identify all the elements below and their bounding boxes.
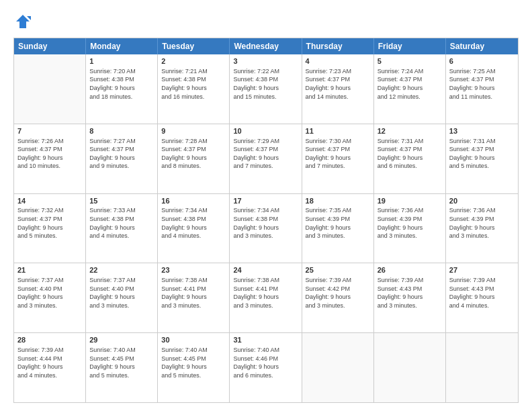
day-cell-16: 16Sunrise: 7:34 AM Sunset: 4:38 PM Dayli…	[158, 194, 230, 263]
calendar-row-3: 21Sunrise: 7:37 AM Sunset: 4:40 PM Dayli…	[14, 263, 518, 332]
day-info: Sunrise: 7:38 AM Sunset: 4:41 PM Dayligh…	[233, 276, 298, 310]
logo	[13, 12, 35, 31]
day-cell-25: 25Sunrise: 7:39 AM Sunset: 4:42 PM Dayli…	[302, 263, 374, 332]
day-info: Sunrise: 7:39 AM Sunset: 4:43 PM Dayligh…	[378, 276, 442, 310]
day-number: 1	[89, 56, 154, 66]
empty-cell-4-5	[374, 333, 446, 402]
day-number: 14	[17, 196, 82, 206]
day-cell-19: 19Sunrise: 7:36 AM Sunset: 4:39 PM Dayli…	[374, 194, 446, 263]
day-cell-13: 13Sunrise: 7:31 AM Sunset: 4:37 PM Dayli…	[446, 124, 518, 193]
day-cell-27: 27Sunrise: 7:39 AM Sunset: 4:43 PM Dayli…	[446, 263, 518, 332]
header	[13, 12, 519, 31]
day-cell-28: 28Sunrise: 7:39 AM Sunset: 4:44 PM Dayli…	[14, 333, 86, 402]
day-number: 25	[306, 265, 370, 275]
day-cell-29: 29Sunrise: 7:40 AM Sunset: 4:45 PM Dayli…	[86, 333, 158, 402]
header-cell-saturday: Saturday	[446, 38, 518, 54]
day-cell-18: 18Sunrise: 7:35 AM Sunset: 4:39 PM Dayli…	[302, 194, 374, 263]
day-number: 9	[161, 126, 226, 136]
day-number: 22	[89, 265, 154, 275]
day-number: 26	[378, 265, 442, 275]
day-number: 18	[306, 196, 370, 206]
calendar-body: 1Sunrise: 7:20 AM Sunset: 4:38 PM Daylig…	[14, 54, 518, 402]
day-info: Sunrise: 7:37 AM Sunset: 4:40 PM Dayligh…	[17, 276, 82, 310]
day-info: Sunrise: 7:37 AM Sunset: 4:40 PM Dayligh…	[89, 276, 154, 310]
day-cell-15: 15Sunrise: 7:33 AM Sunset: 4:38 PM Dayli…	[86, 194, 158, 263]
day-number: 27	[449, 265, 515, 275]
day-number: 31	[233, 335, 298, 345]
empty-cell-4-4	[302, 333, 374, 402]
day-info: Sunrise: 7:25 AM Sunset: 4:37 PM Dayligh…	[449, 67, 515, 101]
day-number: 3	[233, 56, 298, 66]
logo-icon	[13, 12, 32, 31]
header-cell-monday: Monday	[86, 38, 158, 54]
calendar-row-2: 14Sunrise: 7:32 AM Sunset: 4:37 PM Dayli…	[14, 193, 518, 263]
day-cell-2: 2Sunrise: 7:21 AM Sunset: 4:38 PM Daylig…	[158, 54, 230, 124]
day-number: 6	[449, 56, 515, 66]
day-cell-5: 5Sunrise: 7:24 AM Sunset: 4:37 PM Daylig…	[374, 54, 446, 124]
day-number: 17	[233, 196, 298, 206]
header-cell-wednesday: Wednesday	[230, 38, 302, 54]
day-number: 29	[89, 335, 154, 345]
day-info: Sunrise: 7:32 AM Sunset: 4:37 PM Dayligh…	[17, 206, 82, 240]
day-cell-23: 23Sunrise: 7:38 AM Sunset: 4:41 PM Dayli…	[158, 263, 230, 332]
day-cell-10: 10Sunrise: 7:29 AM Sunset: 4:37 PM Dayli…	[230, 124, 302, 193]
day-number: 13	[449, 126, 515, 136]
day-info: Sunrise: 7:39 AM Sunset: 4:43 PM Dayligh…	[449, 276, 515, 310]
day-cell-8: 8Sunrise: 7:27 AM Sunset: 4:37 PM Daylig…	[86, 124, 158, 193]
day-number: 11	[306, 126, 370, 136]
day-info: Sunrise: 7:24 AM Sunset: 4:37 PM Dayligh…	[378, 67, 442, 101]
day-number: 2	[161, 56, 226, 66]
day-info: Sunrise: 7:30 AM Sunset: 4:37 PM Dayligh…	[306, 137, 370, 171]
day-info: Sunrise: 7:38 AM Sunset: 4:41 PM Dayligh…	[161, 276, 226, 310]
calendar-row-0: 1Sunrise: 7:20 AM Sunset: 4:38 PM Daylig…	[14, 54, 518, 124]
day-info: Sunrise: 7:21 AM Sunset: 4:38 PM Dayligh…	[161, 67, 226, 101]
day-cell-14: 14Sunrise: 7:32 AM Sunset: 4:37 PM Dayli…	[14, 194, 86, 263]
day-cell-6: 6Sunrise: 7:25 AM Sunset: 4:37 PM Daylig…	[446, 54, 518, 124]
day-cell-1: 1Sunrise: 7:20 AM Sunset: 4:38 PM Daylig…	[86, 54, 158, 124]
day-number: 15	[89, 196, 154, 206]
header-cell-tuesday: Tuesday	[158, 38, 230, 54]
day-cell-9: 9Sunrise: 7:28 AM Sunset: 4:37 PM Daylig…	[158, 124, 230, 193]
day-number: 4	[306, 56, 370, 66]
day-info: Sunrise: 7:26 AM Sunset: 4:37 PM Dayligh…	[17, 137, 82, 171]
day-cell-21: 21Sunrise: 7:37 AM Sunset: 4:40 PM Dayli…	[14, 263, 86, 332]
day-cell-11: 11Sunrise: 7:30 AM Sunset: 4:37 PM Dayli…	[302, 124, 374, 193]
day-number: 19	[378, 196, 442, 206]
day-info: Sunrise: 7:40 AM Sunset: 4:45 PM Dayligh…	[161, 346, 226, 379]
empty-cell-4-6	[446, 333, 518, 402]
day-cell-22: 22Sunrise: 7:37 AM Sunset: 4:40 PM Dayli…	[86, 263, 158, 332]
day-cell-20: 20Sunrise: 7:36 AM Sunset: 4:39 PM Dayli…	[446, 194, 518, 263]
day-cell-4: 4Sunrise: 7:23 AM Sunset: 4:37 PM Daylig…	[302, 54, 374, 124]
day-cell-7: 7Sunrise: 7:26 AM Sunset: 4:37 PM Daylig…	[14, 124, 86, 193]
day-info: Sunrise: 7:23 AM Sunset: 4:37 PM Dayligh…	[306, 67, 370, 101]
day-info: Sunrise: 7:29 AM Sunset: 4:37 PM Dayligh…	[233, 137, 298, 171]
day-info: Sunrise: 7:33 AM Sunset: 4:38 PM Dayligh…	[89, 206, 154, 240]
day-number: 20	[449, 196, 515, 206]
day-info: Sunrise: 7:34 AM Sunset: 4:38 PM Dayligh…	[233, 206, 298, 240]
day-cell-12: 12Sunrise: 7:31 AM Sunset: 4:37 PM Dayli…	[374, 124, 446, 193]
day-number: 7	[17, 126, 82, 136]
day-info: Sunrise: 7:40 AM Sunset: 4:45 PM Dayligh…	[89, 346, 154, 379]
day-number: 8	[89, 126, 154, 136]
day-number: 10	[233, 126, 298, 136]
day-cell-3: 3Sunrise: 7:22 AM Sunset: 4:38 PM Daylig…	[230, 54, 302, 124]
empty-cell-0-0	[14, 54, 86, 124]
day-info: Sunrise: 7:39 AM Sunset: 4:42 PM Dayligh…	[306, 276, 370, 310]
day-cell-30: 30Sunrise: 7:40 AM Sunset: 4:45 PM Dayli…	[158, 333, 230, 402]
day-info: Sunrise: 7:28 AM Sunset: 4:37 PM Dayligh…	[161, 137, 226, 171]
day-info: Sunrise: 7:34 AM Sunset: 4:38 PM Dayligh…	[161, 206, 226, 240]
day-info: Sunrise: 7:31 AM Sunset: 4:37 PM Dayligh…	[378, 137, 442, 171]
day-info: Sunrise: 7:36 AM Sunset: 4:39 PM Dayligh…	[378, 206, 442, 240]
header-cell-sunday: Sunday	[14, 38, 86, 54]
day-cell-24: 24Sunrise: 7:38 AM Sunset: 4:41 PM Dayli…	[230, 263, 302, 332]
header-cell-friday: Friday	[374, 38, 446, 54]
day-number: 12	[378, 126, 442, 136]
day-number: 21	[17, 265, 82, 275]
day-number: 5	[378, 56, 442, 66]
header-cell-thursday: Thursday	[302, 38, 374, 54]
day-number: 16	[161, 196, 226, 206]
day-cell-26: 26Sunrise: 7:39 AM Sunset: 4:43 PM Dayli…	[374, 263, 446, 332]
day-info: Sunrise: 7:39 AM Sunset: 4:44 PM Dayligh…	[17, 346, 82, 379]
day-info: Sunrise: 7:20 AM Sunset: 4:38 PM Dayligh…	[89, 67, 154, 101]
day-cell-17: 17Sunrise: 7:34 AM Sunset: 4:38 PM Dayli…	[230, 194, 302, 263]
